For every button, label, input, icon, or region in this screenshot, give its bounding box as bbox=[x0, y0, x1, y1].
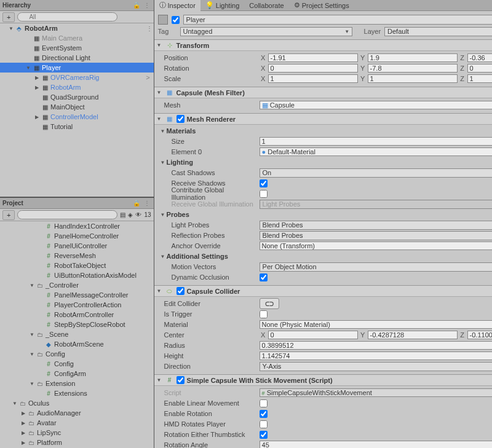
pos-x[interactable] bbox=[268, 53, 358, 62]
project-lock-icon[interactable]: 🔒 bbox=[132, 200, 141, 206]
hidden-icon[interactable]: 👁 bbox=[135, 211, 141, 218]
fold-icon[interactable]: ▼ bbox=[28, 283, 36, 288]
fold-icon[interactable]: ▼ bbox=[157, 288, 163, 294]
project-item[interactable]: #PanelMessageController bbox=[0, 290, 154, 300]
project-item[interactable]: #HandIndex1Controller bbox=[0, 221, 154, 231]
tab-collaborate[interactable]: Collaborate bbox=[244, 1, 288, 10]
cast-shadows-dropdown[interactable]: On▼ bbox=[260, 168, 492, 178]
script-enabled-toggle[interactable] bbox=[177, 376, 184, 384]
pos-y[interactable] bbox=[368, 53, 458, 62]
tag-dropdown[interactable]: Untagged▼ bbox=[180, 27, 353, 36]
fold-icon[interactable]: ▼ bbox=[11, 401, 18, 406]
center-y[interactable] bbox=[368, 331, 458, 339]
fold-icon[interactable]: ▼ bbox=[161, 128, 167, 134]
filter-type-icon[interactable]: ▤ bbox=[120, 211, 125, 218]
project-item[interactable]: #PanelUiController bbox=[0, 241, 154, 251]
fold-icon[interactable]: ▶ bbox=[33, 114, 41, 120]
rot-z[interactable] bbox=[467, 64, 492, 73]
fold-icon[interactable]: ▶ bbox=[20, 440, 27, 446]
fold-icon[interactable]: ▶ bbox=[20, 411, 27, 416]
motion-vectors-dropdown[interactable]: Per Object Motion▼ bbox=[260, 262, 492, 272]
direction-dropdown[interactable]: Y-Axis▼ bbox=[260, 362, 492, 371]
collider-enabled-toggle[interactable] bbox=[177, 287, 184, 295]
materials-size[interactable] bbox=[260, 137, 492, 146]
anchor-field[interactable]: None (Transform)⊙ bbox=[260, 242, 492, 250]
project-item[interactable]: #PlayerControllerAction bbox=[0, 300, 154, 310]
gameobject-active-toggle[interactable] bbox=[172, 16, 180, 24]
fold-icon[interactable]: ▼ bbox=[25, 65, 32, 71]
scl-z[interactable] bbox=[467, 74, 492, 83]
scl-y[interactable] bbox=[368, 74, 458, 83]
project-add-button[interactable]: + bbox=[2, 210, 15, 220]
tree-scene-root[interactable]: ▼ ⬘ RobotArm ⋮ bbox=[0, 23, 154, 33]
center-x[interactable] bbox=[268, 331, 358, 339]
tab-lighting[interactable]: 💡Lighting bbox=[200, 0, 245, 10]
project-item[interactable]: #RobotArmController bbox=[0, 310, 154, 320]
hierarchy-item[interactable]: ▦Tutorial bbox=[0, 122, 154, 132]
fold-icon[interactable]: ▼ bbox=[157, 116, 163, 122]
hierarchy-menu-icon[interactable]: ⋮ bbox=[143, 2, 151, 9]
height-field[interactable] bbox=[260, 352, 492, 360]
project-item[interactable]: #ReverseMesh bbox=[0, 251, 154, 261]
contribute-gi-toggle[interactable] bbox=[260, 190, 268, 198]
hierarchy-add-button[interactable]: + bbox=[2, 12, 15, 22]
scene-menu-icon[interactable]: ⋮ bbox=[145, 25, 154, 32]
project-search-input[interactable] bbox=[17, 210, 117, 219]
is-trigger-toggle[interactable] bbox=[260, 310, 268, 318]
fold-icon[interactable]: ▶ bbox=[33, 85, 41, 90]
fold-icon[interactable]: ▼ bbox=[28, 332, 36, 337]
hierarchy-item[interactable]: ▦Main Camera bbox=[0, 33, 154, 43]
enable-rotation-toggle[interactable] bbox=[260, 410, 268, 418]
scl-x[interactable] bbox=[268, 74, 358, 83]
filter-label-icon[interactable]: ◈ bbox=[128, 211, 133, 218]
project-item[interactable]: ▼🗀_Controller bbox=[0, 280, 154, 290]
hierarchy-item[interactable]: ▦MainObject bbox=[0, 102, 154, 112]
hierarchy-search-input[interactable] bbox=[17, 12, 117, 22]
project-item[interactable]: #StepByStepCloseRobot bbox=[0, 320, 154, 329]
gameobject-icon[interactable] bbox=[158, 15, 168, 25]
fold-icon[interactable]: ▼ bbox=[157, 377, 163, 383]
light-probes-dropdown[interactable]: Blend Probes▼ bbox=[260, 221, 492, 230]
dynamic-occlusion-toggle[interactable] bbox=[260, 273, 268, 281]
linear-movement-toggle[interactable] bbox=[260, 399, 268, 407]
fold-icon[interactable]: ▶ bbox=[33, 75, 41, 81]
project-item[interactable]: #Config bbox=[0, 359, 154, 369]
project-item[interactable]: #RobotTakeObject bbox=[0, 261, 154, 270]
project-item[interactable]: ▶🗀Platform bbox=[0, 438, 154, 447]
edit-collider-button[interactable]: ᑕᑐ bbox=[260, 298, 279, 309]
hmd-rotates-toggle[interactable] bbox=[260, 420, 268, 428]
thumbstick-toggle[interactable] bbox=[260, 431, 268, 439]
project-item[interactable]: #PanelHomeController bbox=[0, 231, 154, 241]
fold-icon[interactable]: ▼ bbox=[161, 160, 167, 165]
project-item[interactable]: #UiButtonRotationAxisModel bbox=[0, 270, 154, 280]
fold-icon[interactable]: ▶ bbox=[20, 420, 27, 426]
hierarchy-item[interactable]: ▦EventSystem bbox=[0, 43, 154, 53]
fold-icon[interactable]: ▼ bbox=[7, 26, 15, 31]
rotation-angle-field[interactable] bbox=[260, 441, 492, 448]
pos-z[interactable] bbox=[467, 53, 492, 62]
project-menu-icon[interactable]: ⋮ bbox=[143, 200, 151, 206]
project-item[interactable]: #Extensions bbox=[0, 388, 154, 398]
project-item[interactable]: #ConfigArm bbox=[0, 369, 154, 379]
hierarchy-item[interactable]: ▶▦OVRCameraRig> bbox=[0, 73, 154, 82]
project-item[interactable]: ▶🗀Avatar bbox=[0, 418, 154, 428]
fold-icon[interactable]: ▼ bbox=[28, 381, 36, 387]
fold-icon[interactable]: ▼ bbox=[157, 90, 163, 95]
hierarchy-item[interactable]: ▼▦Player bbox=[0, 63, 154, 73]
receive-shadows-toggle[interactable] bbox=[260, 179, 268, 187]
project-item[interactable]: ▶🗀LipSync bbox=[0, 428, 154, 438]
material-0-field[interactable]: ● Default-Material⊙ bbox=[260, 147, 492, 156]
hierarchy-lock-icon[interactable]: 🔒 bbox=[132, 2, 141, 9]
renderer-enabled-toggle[interactable] bbox=[177, 115, 184, 123]
project-item[interactable]: ▼🗀Oculus bbox=[0, 398, 154, 408]
hierarchy-item[interactable]: ▦QuadSurground bbox=[0, 92, 154, 102]
reflection-probes-dropdown[interactable]: Blend Probes▼ bbox=[260, 231, 492, 240]
hierarchy-item[interactable]: ▶▦RobotArm bbox=[0, 82, 154, 92]
project-item[interactable]: ◆RobotArmScene bbox=[0, 339, 154, 349]
project-item[interactable]: ▼🗀_Scene bbox=[0, 329, 154, 339]
fold-icon[interactable]: ▼ bbox=[157, 42, 163, 48]
project-item[interactable]: ▶🗀AudioManager bbox=[0, 408, 154, 418]
hierarchy-item[interactable]: ▦Directional Light bbox=[0, 53, 154, 63]
rot-x[interactable] bbox=[268, 64, 358, 73]
fold-icon[interactable]: ▶ bbox=[20, 430, 27, 436]
